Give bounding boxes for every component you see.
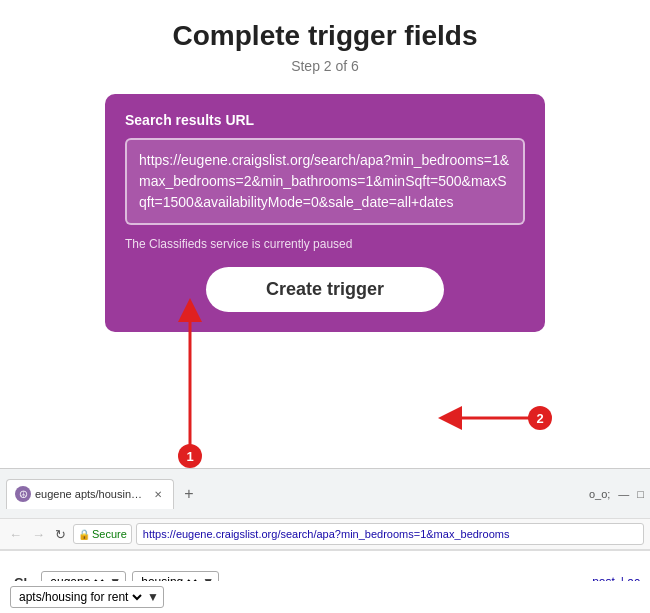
reload-button[interactable]: ↻ (52, 527, 69, 542)
subcategory-select[interactable]: apts/housing for rent (15, 589, 145, 605)
active-tab[interactable]: eugene apts/housing fo... ✕ (6, 479, 174, 509)
subcategory-dropdown[interactable]: apts/housing for rent ▼ (10, 586, 164, 608)
url-text: https://eugene.craigslist.org/search/apa… (139, 150, 511, 213)
tab-close-button[interactable]: ✕ (151, 487, 165, 501)
tab-favicon (15, 486, 31, 502)
secure-label: Secure (92, 528, 127, 540)
trigger-card: Search results URL https://eugene.craigs… (105, 94, 545, 332)
window-controls: o_o; — □ (589, 488, 644, 500)
main-content: Complete trigger fields Step 2 of 6 Sear… (0, 0, 650, 470)
paused-text: The Classifieds service is currently pau… (125, 237, 352, 251)
new-tab-button[interactable]: + (178, 483, 200, 505)
url-bar[interactable]: https://eugene.craigslist.org/search/apa… (136, 523, 644, 545)
url-bar-text: https://eugene.craigslist.org/search/apa… (143, 528, 510, 540)
step-label: Step 2 of 6 (291, 58, 359, 74)
url-box: https://eugene.craigslist.org/search/apa… (125, 138, 525, 225)
back-button[interactable]: ← (6, 527, 25, 542)
window-emoji: o_o; (589, 488, 610, 500)
minimize-button[interactable]: — (618, 488, 629, 500)
card-label: Search results URL (125, 112, 254, 128)
secure-badge: 🔒 Secure (73, 524, 132, 544)
subcategory-dropdown-arrow: ▼ (147, 590, 159, 604)
page-title: Complete trigger fields (173, 20, 478, 52)
tab-title: eugene apts/housing fo... (35, 488, 145, 500)
second-toolbar-row: apts/housing for rent ▼ (0, 581, 650, 613)
forward-button[interactable]: → (29, 527, 48, 542)
browser-tab-bar: eugene apts/housing fo... ✕ + o_o; — □ (0, 468, 650, 518)
maximize-button[interactable]: □ (637, 488, 644, 500)
nav-bar: ← → ↻ 🔒 Secure https://eugene.craigslist… (0, 518, 650, 550)
create-trigger-button[interactable]: Create trigger (206, 267, 444, 312)
lock-icon: 🔒 (78, 529, 90, 540)
